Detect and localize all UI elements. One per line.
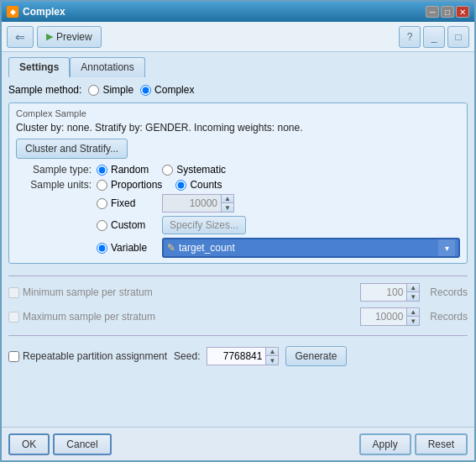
partition-row: Repeatable partition assignment Seed: 77… — [8, 346, 468, 366]
specify-sizes-button[interactable]: Specify Sizes... — [162, 216, 246, 234]
seed-label: Seed: — [174, 350, 200, 362]
back-button[interactable]: ⇐ — [7, 26, 34, 48]
counts-radio[interactable] — [175, 180, 186, 191]
toolbar-maximize-button[interactable]: □ — [447, 26, 469, 48]
seed-spinbox: 7768841 ▲ ▼ — [207, 347, 279, 365]
systematic-label: Systematic — [176, 164, 226, 176]
proportions-option: Proportions — [97, 179, 162, 191]
max-spin-down[interactable]: ▼ — [407, 317, 419, 325]
simple-radio[interactable] — [88, 85, 99, 96]
pencil-icon: ✎ — [167, 242, 175, 254]
random-label: Random — [111, 164, 149, 176]
sample-method-row: Sample method: Simple Complex — [8, 84, 468, 96]
max-records-label: Records — [430, 311, 468, 323]
counts-label: Counts — [190, 179, 222, 191]
max-spin-buttons: ▲ ▼ — [406, 307, 420, 326]
close-button[interactable]: ✕ — [456, 6, 469, 18]
title-bar: ◆ Complex ─ □ ✕ — [2, 2, 474, 22]
help-button[interactable]: ? — [399, 26, 421, 48]
fixed-spin-up[interactable]: ▲ — [222, 195, 233, 203]
fixed-option: Fixed — [97, 197, 155, 209]
systematic-option: Systematic — [162, 164, 226, 176]
tabs: Settings Annotations — [8, 57, 468, 77]
maximize-button[interactable]: □ — [441, 6, 454, 18]
ok-button[interactable]: OK — [8, 433, 50, 455]
preview-icon: ▶ — [46, 31, 53, 42]
reset-button[interactable]: Reset — [415, 433, 468, 455]
generate-button[interactable]: Generate — [285, 346, 346, 366]
fixed-value[interactable]: 10000 — [162, 194, 221, 213]
min-spin-up[interactable]: ▲ — [407, 284, 419, 292]
footer-left: OK Cancel — [8, 433, 112, 455]
sample-units-row: Sample units: Proportions Counts — [16, 179, 460, 191]
fixed-radio[interactable] — [97, 198, 107, 209]
fixed-label: Fixed — [111, 197, 135, 209]
complex-sample-title: Complex Sample — [16, 108, 460, 118]
max-stratum-spinbox: 10000 ▲ ▼ — [360, 307, 420, 326]
seed-spin-up[interactable]: ▲ — [266, 348, 278, 356]
min-spin-buttons: ▲ ▼ — [406, 283, 420, 302]
preview-label: Preview — [56, 31, 92, 43]
variable-pick-button[interactable]: ▾ — [438, 239, 455, 256]
sample-units-options: Proportions Counts — [97, 179, 222, 191]
complex-radio[interactable] — [140, 85, 151, 96]
seed-spin-down[interactable]: ▼ — [266, 356, 278, 365]
footer-right: Apply Reset — [359, 433, 468, 455]
toolbar-minimize-button[interactable]: _ — [423, 26, 445, 48]
preview-button[interactable]: ▶ Preview — [37, 26, 102, 48]
separator — [8, 276, 468, 276]
sample-method-label: Sample method: — [8, 84, 81, 96]
variable-option: Variable — [97, 242, 155, 254]
variable-input-group: ✎ target_count ▾ — [162, 238, 460, 258]
sample-type-row: Sample type: Random Systematic — [16, 164, 460, 176]
min-stratum-label: Minimum sample per stratum — [8, 286, 153, 298]
window-icon: ◆ — [7, 6, 18, 18]
complex-sample-box: Complex Sample Cluster by: none. Stratif… — [8, 102, 468, 264]
min-stratum-checkbox[interactable] — [8, 287, 19, 298]
min-stratum-row: Minimum sample per stratum 100 ▲ ▼ Recor… — [8, 283, 468, 302]
fixed-spin-down[interactable]: ▼ — [222, 203, 233, 212]
simple-option: Simple — [88, 84, 133, 96]
min-records-label: Records — [430, 286, 468, 298]
sample-type-options: Random Systematic — [97, 164, 226, 176]
custom-option: Custom — [97, 219, 155, 231]
sample-size-block: Fixed 10000 ▲ ▼ Custom — [97, 194, 460, 258]
sample-units-label: Sample units: — [16, 179, 92, 191]
custom-radio[interactable] — [97, 220, 107, 231]
minimize-button[interactable]: ─ — [426, 6, 439, 18]
seed-value[interactable]: 7768841 — [207, 347, 265, 365]
toolbar-left: ⇐ ▶ Preview — [7, 26, 102, 48]
partition-checkbox[interactable] — [8, 351, 19, 362]
tab-settings[interactable]: Settings — [8, 57, 70, 77]
title-bar-left: ◆ Complex — [7, 6, 65, 18]
max-spin-up[interactable]: ▲ — [407, 308, 419, 317]
min-stratum-value[interactable]: 100 — [360, 283, 406, 302]
max-stratum-checkbox[interactable] — [8, 312, 19, 323]
custom-label: Custom — [111, 219, 145, 231]
complex-label: Complex — [154, 84, 194, 96]
cluster-stratify-button[interactable]: Cluster and Stratify... — [16, 139, 128, 159]
variable-value: target_count — [179, 242, 438, 254]
variable-radio[interactable] — [97, 243, 107, 254]
max-stratum-label: Maximum sample per stratum — [8, 311, 155, 323]
random-option: Random — [97, 164, 149, 176]
counts-option: Counts — [175, 179, 222, 191]
max-stratum-value[interactable]: 10000 — [360, 307, 406, 326]
fixed-spinbox: 10000 ▲ ▼ — [162, 194, 234, 213]
window-title: Complex — [23, 6, 65, 18]
seed-spin-buttons: ▲ ▼ — [265, 347, 279, 365]
tab-annotations[interactable]: Annotations — [70, 57, 144, 77]
random-radio[interactable] — [97, 165, 107, 176]
partition-label: Repeatable partition assignment — [8, 350, 167, 362]
simple-label: Simple — [102, 84, 133, 96]
fixed-row: Fixed 10000 ▲ ▼ — [97, 194, 460, 213]
cancel-button[interactable]: Cancel — [53, 433, 111, 455]
min-stratum-spinbox: 100 ▲ ▼ — [360, 283, 420, 302]
max-stratum-row: Maximum sample per stratum 10000 ▲ ▼ Rec… — [8, 307, 468, 326]
variable-label: Variable — [111, 242, 147, 254]
min-spin-down[interactable]: ▼ — [407, 292, 419, 301]
proportions-radio[interactable] — [97, 180, 107, 191]
apply-button[interactable]: Apply — [359, 433, 411, 455]
sample-type-label: Sample type: — [16, 164, 92, 176]
systematic-radio[interactable] — [162, 165, 173, 176]
